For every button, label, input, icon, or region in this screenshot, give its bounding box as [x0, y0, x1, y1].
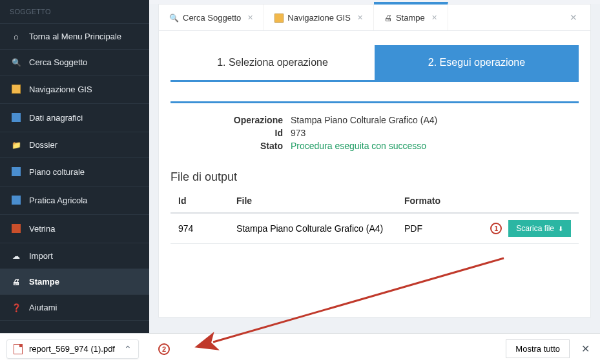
download-button-label: Scarica file	[516, 224, 554, 233]
sidebar-item-crop-plan[interactable]: Piano colturale	[0, 157, 149, 186]
state-label: Stato	[171, 141, 291, 151]
step-select-operation[interactable]: 1. Seleziona operazione	[171, 45, 375, 80]
sidebar-item-label: Vetrina	[29, 224, 55, 234]
print-icon	[384, 13, 392, 23]
download-icon	[558, 224, 563, 233]
sidebar-item-label: Dossier	[29, 140, 57, 150]
cell-file: Stampa Piano Colturale Grafico (A4)	[229, 213, 397, 244]
sidebar-item-agri-practice[interactable]: Pratica Agricola	[0, 186, 149, 214]
sidebar-item-search-subject[interactable]: Cerca Soggetto	[0, 49, 149, 75]
operation-info: Operazione Stampa Piano Colturale Grafic…	[171, 101, 579, 152]
print-icon	[10, 277, 23, 287]
search-icon	[10, 57, 23, 67]
sidebar-item-label: Cerca Soggetto	[29, 57, 87, 67]
sidebar-item-label: Torna al Menu Principale	[29, 32, 121, 41]
col-format: Formato	[397, 189, 460, 213]
sidebar-section-header: SOGGETTO	[0, 0, 149, 23]
main-content: Cerca Soggetto ✕ Navigazione GIS ✕ Stamp…	[149, 0, 600, 333]
tab-bar: Cerca Soggetto ✕ Navigazione GIS ✕ Stamp…	[159, 5, 590, 31]
tab-navigazione-gis[interactable]: Navigazione GIS ✕	[264, 5, 374, 30]
sidebar-item-label: Dati anagrafici	[29, 113, 83, 123]
sidebar-item-label: Pratica Agricola	[29, 196, 87, 205]
annotation-2: 2	[158, 343, 170, 355]
search-icon	[169, 13, 179, 23]
output-section-title: File di output	[171, 170, 579, 184]
tab-label: Cerca Soggetto	[183, 13, 241, 23]
doc-icon	[10, 166, 23, 178]
wizard-steps: 1. Seleziona operazione 2. Esegui operaz…	[171, 45, 579, 82]
tab-close-icon[interactable]: ✕	[431, 14, 437, 22]
download-file-name: report_569_974 (1).pdf	[29, 344, 115, 354]
map-icon	[274, 14, 284, 23]
download-chip[interactable]: report_569_974 (1).pdf ⌃	[6, 339, 139, 359]
sidebar-item-prints[interactable]: Stampe	[0, 268, 149, 294]
tabs-close-all[interactable]: ✕	[562, 5, 585, 30]
sidebar-item-label: Piano colturale	[29, 167, 85, 177]
chevron-up-icon[interactable]: ⌃	[124, 344, 132, 354]
tab-cerca-soggetto[interactable]: Cerca Soggetto ✕	[159, 5, 264, 30]
doc-icon	[10, 194, 23, 207]
tab-close-icon[interactable]: ✕	[357, 14, 363, 22]
cell-id: 974	[171, 213, 229, 244]
sidebar: SOGGETTO Torna al Menu Principale Cerca …	[0, 0, 149, 333]
show-all-downloads-button[interactable]: Mostra tutto	[506, 339, 570, 358]
folder-icon	[10, 140, 23, 150]
map-icon	[10, 83, 23, 96]
sidebar-item-anagraphic[interactable]: Dati anagrafici	[0, 103, 149, 132]
sidebar-item-label: Navigazione GIS	[29, 85, 92, 94]
shop-icon	[10, 223, 23, 235]
sidebar-item-dossier[interactable]: Dossier	[0, 132, 149, 157]
sidebar-item-label: Stampe	[29, 277, 59, 287]
close-download-bar-button[interactable]: ✕	[577, 340, 594, 358]
state-value: Procedura eseguita con successo	[291, 141, 426, 151]
operation-value: Stampa Piano Colturale Grafico (A4)	[291, 115, 437, 125]
download-file-button[interactable]: Scarica file	[508, 220, 571, 237]
sidebar-item-import[interactable]: Import	[0, 243, 149, 268]
content-card: Cerca Soggetto ✕ Navigazione GIS ✕ Stamp…	[158, 4, 591, 318]
help-icon	[10, 303, 23, 312]
sidebar-item-help[interactable]: Aiutami	[0, 294, 149, 321]
sidebar-item-home[interactable]: Torna al Menu Principale	[0, 23, 149, 49]
table-row: 974 Stampa Piano Colturale Grafico (A4) …	[171, 213, 579, 244]
col-actions	[460, 189, 579, 213]
download-bar: report_569_974 (1).pdf ⌃ 2 Mostra tutto …	[0, 333, 600, 364]
tab-stampe[interactable]: Stampe ✕	[374, 2, 448, 30]
operation-label: Operazione	[171, 115, 291, 125]
sidebar-item-showcase[interactable]: Vetrina	[0, 214, 149, 243]
annotation-1: 1	[490, 223, 502, 234]
tab-label: Navigazione GIS	[287, 13, 351, 23]
cloud-icon	[10, 251, 23, 261]
sidebar-item-label: Import	[29, 251, 53, 261]
col-file: File	[229, 189, 397, 213]
output-table: Id File Formato 974 Stampa Piano Coltura…	[171, 189, 579, 244]
pdf-icon	[14, 344, 23, 354]
home-icon	[10, 32, 23, 41]
sidebar-item-label: Aiutami	[29, 303, 57, 312]
tab-label: Stampe	[396, 13, 425, 23]
tab-close-icon[interactable]: ✕	[247, 14, 253, 22]
id-label: Id	[171, 128, 291, 138]
table-icon	[10, 112, 23, 124]
step-execute-operation[interactable]: 2. Esegui operazione	[375, 45, 579, 80]
sidebar-item-gis[interactable]: Navigazione GIS	[0, 75, 149, 103]
col-id: Id	[171, 189, 229, 213]
cell-format: PDF	[397, 213, 460, 244]
id-value: 973	[291, 128, 305, 138]
